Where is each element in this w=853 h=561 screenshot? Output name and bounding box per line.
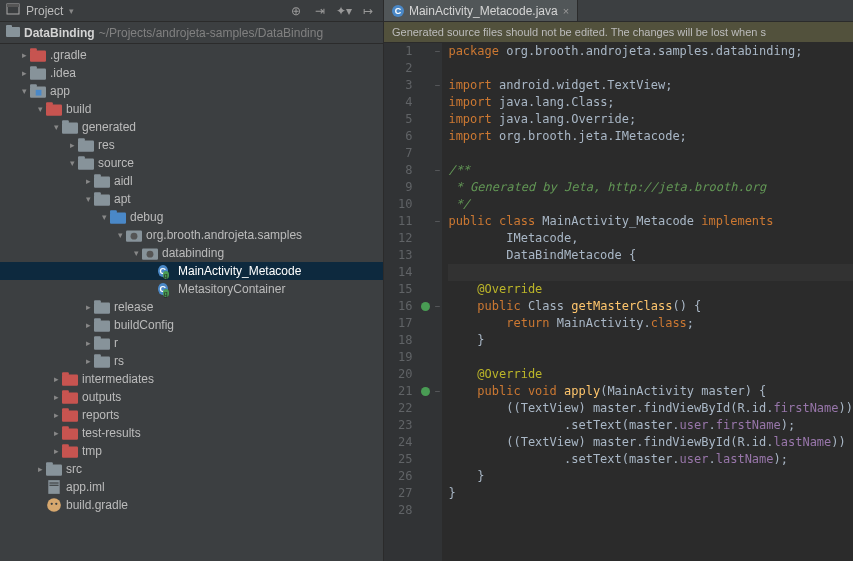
tree-item-build-gradle[interactable]: build.gradle [0,496,383,514]
code-line[interactable]: import org.brooth.jeta.IMetacode; [448,128,853,145]
line-number: 22 [398,400,412,417]
tree-item-intermediates[interactable]: ▸intermediates [0,370,383,388]
target-icon[interactable]: ⊕ [287,2,305,20]
tab-main-activity-metacode[interactable]: C MainActivity_Metacode.java × [384,0,578,21]
project-tree[interactable]: ▸.gradle▸.idea▾app▾build▾generated▸res▾s… [0,44,383,561]
code-line[interactable] [448,145,853,162]
code-line[interactable]: ((TextView) master.findViewById(R.id.las… [448,434,853,451]
code-line[interactable] [448,502,853,519]
tree-item-test-results[interactable]: ▸test-results [0,424,383,442]
tree-item-reports[interactable]: ▸reports [0,406,383,424]
tree-arrow-icon[interactable]: ▸ [18,68,30,78]
code-editor[interactable]: 1234567891011121314151617181920212223242… [384,43,853,561]
code-line[interactable]: public void apply(MainActivity master) { [448,383,853,400]
tree-arrow-icon[interactable]: ▾ [130,248,142,258]
tree-arrow-icon[interactable]: ▾ [66,158,78,168]
code-area[interactable]: package org.brooth.androjeta.samples.dat… [442,43,853,561]
code-line[interactable]: .setText(master.user.lastName); [448,451,853,468]
tree-item--idea[interactable]: ▸.idea [0,64,383,82]
tree-item-aidl[interactable]: ▸aidl [0,172,383,190]
tree-arrow-icon[interactable]: ▸ [50,428,62,438]
code-line[interactable]: } [448,332,853,349]
code-line[interactable]: /** [448,162,853,179]
tree-arrow-icon[interactable]: ▾ [34,104,46,114]
tree-item-r[interactable]: ▸r [0,334,383,352]
tree-arrow-icon[interactable]: ▸ [50,392,62,402]
tree-arrow-icon[interactable]: ▾ [50,122,62,132]
tree-item-mainactivity-metacode[interactable]: CgMainActivity_Metacode [0,262,383,280]
gear-icon[interactable]: ✦▾ [335,2,353,20]
fold-toggle[interactable]: − [432,383,442,400]
tree-arrow-icon[interactable]: ▾ [114,230,126,240]
tree-item-generated[interactable]: ▾generated [0,118,383,136]
tree-item-app-iml[interactable]: app.iml [0,478,383,496]
line-number: 23 [398,417,412,434]
sidebar-title[interactable]: Project [26,4,63,18]
code-line[interactable]: public Class getMasterClass() { [448,298,853,315]
code-line[interactable] [448,349,853,366]
code-line[interactable]: public class MainActivity_Metacode imple… [448,213,853,230]
code-line[interactable]: IMetacode, [448,230,853,247]
tree-item-apt[interactable]: ▾apt [0,190,383,208]
fold-toggle[interactable]: − [432,298,442,315]
dropdown-icon[interactable]: ▾ [69,6,74,16]
fold-toggle[interactable]: − [432,43,442,60]
tree-item-rs[interactable]: ▸rs [0,352,383,370]
tree-arrow-icon[interactable]: ▸ [50,374,62,384]
code-line[interactable]: @Override [448,366,853,383]
fold-toggle[interactable]: − [432,162,442,179]
tree-item-src[interactable]: ▸src [0,460,383,478]
code-line[interactable] [448,60,853,77]
fold-toggle[interactable]: − [432,213,442,230]
code-line[interactable] [448,264,853,281]
tree-item-databinding[interactable]: ▾databinding [0,244,383,262]
override-marker[interactable] [421,387,430,396]
tree-arrow-icon[interactable]: ▸ [82,176,94,186]
code-line[interactable]: package org.brooth.androjeta.samples.dat… [448,43,853,60]
tree-item-buildconfig[interactable]: ▸buildConfig [0,316,383,334]
tree-arrow-icon[interactable]: ▸ [82,356,94,366]
tree-item-debug[interactable]: ▾debug [0,208,383,226]
tree-arrow-icon[interactable]: ▸ [82,338,94,348]
tree-arrow-icon[interactable]: ▸ [66,140,78,150]
tree-arrow-icon[interactable]: ▸ [34,464,46,474]
code-line[interactable]: DataBindMetacode { [448,247,853,264]
fold-toggle[interactable]: − [432,77,442,94]
code-line[interactable]: return MainActivity.class; [448,315,853,332]
tree-arrow-icon[interactable]: ▸ [18,50,30,60]
tree-item-org-brooth-androjeta-samples[interactable]: ▾org.brooth.androjeta.samples [0,226,383,244]
code-line[interactable]: @Override [448,281,853,298]
tree-arrow-icon[interactable]: ▾ [82,194,94,204]
tree-item--gradle[interactable]: ▸.gradle [0,46,383,64]
tree-item-release[interactable]: ▸release [0,298,383,316]
tree-item-metasitorycontainer[interactable]: CgMetasitoryContainer [0,280,383,298]
tree-item-outputs[interactable]: ▸outputs [0,388,383,406]
hide-icon[interactable]: ↦ [359,2,377,20]
code-line[interactable]: import android.widget.TextView; [448,77,853,94]
tree-item-app[interactable]: ▾app [0,82,383,100]
tree-arrow-icon[interactable]: ▸ [50,410,62,420]
code-line[interactable]: .setText(master.user.firstName); [448,417,853,434]
override-marker[interactable] [421,302,430,311]
code-line[interactable]: } [448,485,853,502]
code-line[interactable]: ((TextView) master.findViewById(R.id.fir… [448,400,853,417]
tree-item-source[interactable]: ▾source [0,154,383,172]
tree-item-build[interactable]: ▾build [0,100,383,118]
tree-arrow-icon[interactable]: ▸ [82,302,94,312]
tree-arrow-icon[interactable]: ▾ [98,212,110,222]
tree-item-res[interactable]: ▸res [0,136,383,154]
tree-label: intermediates [82,372,154,386]
code-line[interactable]: */ [448,196,853,213]
collapse-icon[interactable]: ⇥ [311,2,329,20]
tree-item-tmp[interactable]: ▸tmp [0,442,383,460]
project-name[interactable]: DataBinding [24,26,95,40]
code-line[interactable]: import java.lang.Class; [448,94,853,111]
tree-arrow-icon[interactable]: ▸ [50,446,62,456]
close-icon[interactable]: × [563,5,569,17]
package-icon [126,227,142,243]
code-line[interactable]: } [448,468,853,485]
tree-arrow-icon[interactable]: ▾ [18,86,30,96]
code-line[interactable]: import java.lang.Override; [448,111,853,128]
code-line[interactable]: * Generated by Jeta, http://jeta.brooth.… [448,179,853,196]
tree-arrow-icon[interactable]: ▸ [82,320,94,330]
